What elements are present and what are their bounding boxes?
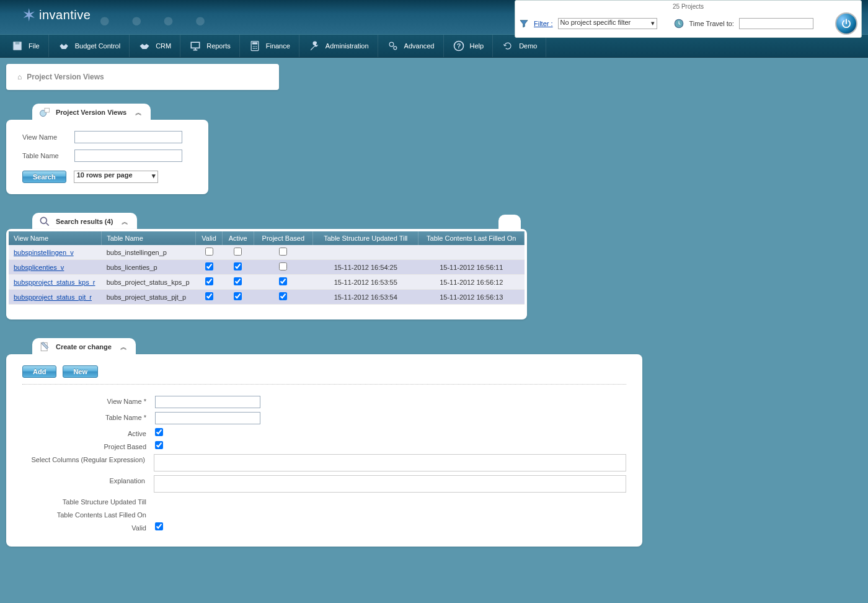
search-panel-title: Project Version Views xyxy=(56,109,126,116)
svg-rect-2 xyxy=(16,42,20,44)
result-valid-checkbox[interactable] xyxy=(205,248,213,256)
collapse-icon[interactable]: ︽ xyxy=(120,342,127,352)
col-view-name[interactable]: View Name xyxy=(9,231,102,245)
nav-admin[interactable]: Administration xyxy=(299,35,378,57)
app-logo: ✶ invantive xyxy=(22,5,91,25)
edit-explanation-input[interactable] xyxy=(154,475,626,493)
gears-icon xyxy=(387,40,399,52)
result-filled-cell xyxy=(418,245,525,260)
result-table-cell: bubs_project_status_pjt_p xyxy=(102,290,196,305)
filter-select[interactable]: No project specific filter ▾ xyxy=(558,18,657,29)
search-button[interactable]: Search xyxy=(22,171,66,183)
nav-help[interactable]: ? Help xyxy=(444,35,494,57)
search-table-name-input[interactable] xyxy=(74,150,182,162)
col-table-name[interactable]: Table Name xyxy=(102,231,196,245)
result-filled-cell: 15-11-2012 16:56:12 xyxy=(418,275,525,290)
svg-text:?: ? xyxy=(456,42,461,50)
result-view-link[interactable]: bubspproject_status_kps_r xyxy=(14,279,95,286)
result-pb-checkbox[interactable] xyxy=(279,262,287,270)
search-panel-tab: Project Version Views ︽ xyxy=(32,104,151,120)
nav-finance[interactable]: Finance xyxy=(240,35,299,57)
svg-rect-3 xyxy=(192,42,200,48)
col-active[interactable]: Active xyxy=(222,231,254,245)
projects-count-label: 25 Projects xyxy=(673,3,704,10)
result-filled-cell: 15-11-2012 16:56:13 xyxy=(418,290,525,305)
nav-file[interactable]: File xyxy=(2,35,49,57)
result-valid-checkbox[interactable] xyxy=(205,262,213,270)
nav-finance-label: Finance xyxy=(266,42,290,50)
result-view-link[interactable]: bubspproject_status_pjt_r xyxy=(14,293,92,301)
edit-active-checkbox[interactable] xyxy=(155,428,163,436)
result-view-link[interactable]: bubspinstellingen_v xyxy=(14,249,74,256)
time-travel-input[interactable] xyxy=(739,18,813,29)
help-icon: ? xyxy=(453,40,465,52)
nav-help-label: Help xyxy=(470,42,484,50)
collapse-icon[interactable]: ︽ xyxy=(122,217,128,226)
result-till-cell: 15-11-2012 16:53:55 xyxy=(313,275,418,290)
edit-explanation-label: Explanation xyxy=(22,475,154,485)
edit-panel-title: Create or change xyxy=(56,343,112,351)
col-updated-till[interactable]: Table Structure Updated Till xyxy=(313,231,418,245)
results-panel-tab: Search results (4) ︽ xyxy=(32,213,137,229)
home-icon[interactable]: ⌂ xyxy=(17,73,22,81)
filter-link[interactable]: Filter : xyxy=(534,20,553,27)
funnel-icon xyxy=(519,19,529,29)
board-icon xyxy=(189,40,202,52)
rows-per-page-select[interactable]: 10 rows per page ▾ xyxy=(74,171,158,183)
result-view-link[interactable]: bubsplicenties_v xyxy=(14,264,64,271)
breadcrumb: ⌂ Project Version Views xyxy=(6,64,279,90)
edit-panel: Add New View Name * Table Name * Active … xyxy=(6,354,642,547)
nav-demo[interactable]: Demo xyxy=(493,35,546,57)
result-active-checkbox[interactable] xyxy=(234,292,242,300)
svg-rect-5 xyxy=(252,42,257,44)
globe-clock-icon xyxy=(673,18,684,29)
result-pb-checkbox[interactable] xyxy=(279,277,287,285)
nav-crm-label: CRM xyxy=(156,42,171,50)
result-till-cell xyxy=(313,245,418,260)
logo-burst-icon: ✶ xyxy=(22,5,36,25)
svg-rect-17 xyxy=(45,108,50,112)
edit-project-based-label: Project Based xyxy=(22,441,155,450)
result-till-cell: 15-11-2012 16:53:54 xyxy=(313,290,418,305)
search-view-name-input[interactable] xyxy=(74,131,182,143)
svg-point-6 xyxy=(252,46,254,47)
result-table-cell: bubs_instellingen_p xyxy=(102,245,196,260)
magnifier-icon xyxy=(38,215,51,228)
edit-valid-checkbox[interactable] xyxy=(155,522,163,530)
col-last-filled[interactable]: Table Contents Last Filled On xyxy=(418,231,525,245)
search-panel: View Name Table Name Search 10 rows per … xyxy=(6,120,208,194)
add-button[interactable]: Add xyxy=(22,365,56,378)
collapse-icon[interactable]: ︽ xyxy=(135,108,142,117)
table-row: bubsplicenties_vbubs_licenties_p15-11-20… xyxy=(9,260,525,275)
nav-advanced[interactable]: Advanced xyxy=(378,35,444,57)
edit-select-cols-label: Select Columns (Regular Expression) xyxy=(22,454,154,463)
results-table: View Name Table Name Valid Active Projec… xyxy=(9,231,525,305)
edit-updated-till-label: Table Structure Updated Till xyxy=(22,496,155,506)
filter-select-value: No project specific filter xyxy=(560,19,631,26)
edit-panel-tab: Create or change ︽ xyxy=(32,338,136,354)
result-valid-checkbox[interactable] xyxy=(205,292,213,300)
rows-option-value: 10 rows per page xyxy=(77,171,133,179)
result-pb-checkbox[interactable] xyxy=(279,292,287,300)
divider xyxy=(22,384,626,385)
handshake2-icon xyxy=(138,40,151,52)
edit-project-based-checkbox[interactable] xyxy=(155,441,163,449)
header-decoration: • • • • xyxy=(99,3,212,39)
result-pb-checkbox[interactable] xyxy=(279,248,287,256)
result-active-checkbox[interactable] xyxy=(234,262,242,270)
edit-active-label: Active xyxy=(22,428,155,437)
power-button[interactable] xyxy=(835,12,857,35)
col-project-based[interactable]: Project Based xyxy=(254,231,312,245)
edit-view-name-input[interactable] xyxy=(155,396,260,408)
edit-select-cols-input[interactable] xyxy=(154,454,626,471)
edit-view-name-label: View Name * xyxy=(22,396,155,405)
nav-admin-label: Administration xyxy=(326,42,369,50)
new-button[interactable]: New xyxy=(63,365,98,378)
result-valid-checkbox[interactable] xyxy=(205,277,213,285)
result-active-checkbox[interactable] xyxy=(234,248,242,256)
edit-table-name-input[interactable] xyxy=(155,412,260,424)
results-side-tab[interactable] xyxy=(498,215,521,229)
svg-point-10 xyxy=(254,48,255,49)
col-valid[interactable]: Valid xyxy=(196,231,223,245)
result-active-checkbox[interactable] xyxy=(234,277,242,285)
